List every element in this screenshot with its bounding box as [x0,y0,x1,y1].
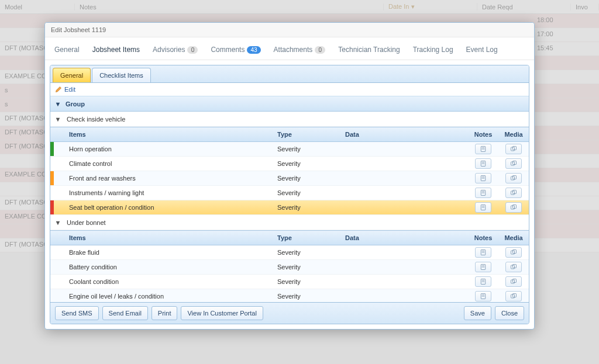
media-button[interactable] [505,144,522,154]
dialog-bottom-bar: Send SMS Send Email Print View In Custom… [50,302,529,324]
item-type: Severity [277,160,345,167]
item-type: Severity [277,249,345,256]
severity-indicator [50,245,54,259]
checklist-item-row[interactable]: Climate controlSeverity [50,157,529,171]
item-name: Instruments / warning light [69,189,277,196]
notes-button[interactable] [475,144,491,154]
item-name: Horn operation [69,145,277,152]
tab-attachments[interactable]: Attachments0 [273,42,327,60]
group-header-label: Group [66,100,85,108]
col-media[interactable]: Media [498,234,529,241]
col-items[interactable]: Items [69,234,277,241]
col-type[interactable]: Type [277,234,345,241]
severity-indicator [50,289,54,302]
checklist-panel: General Checklist Items Edit ▼ Group ▼Ch… [50,65,529,324]
chevron-down-icon[interactable]: ▼ [50,219,66,226]
severity-indicator [50,142,54,156]
tab-jobsheet-items[interactable]: Jobsheet Items [91,42,141,60]
item-type: Severity [277,278,345,285]
item-name: Seat belt operation / condition [69,204,277,211]
media-button[interactable] [505,291,522,301]
notes-button[interactable] [475,173,491,183]
pencil-icon [55,86,62,93]
group-row[interactable]: ▼Under bonnet [50,215,529,230]
col-items[interactable]: Items [69,131,277,138]
col-type[interactable]: Type [277,131,345,138]
checklist-item-row[interactable]: Battery conditionSeverity [50,260,529,275]
col-media[interactable]: Media [498,131,529,138]
group-row[interactable]: ▼Check inside vehicle [50,112,529,127]
item-name: Front and rear washers [69,175,277,182]
item-name: Climate control [69,160,277,167]
item-name: Battery condition [69,264,277,271]
col-data[interactable]: Data [345,234,468,241]
media-button[interactable] [505,173,522,183]
severity-indicator [50,260,54,274]
send-sms-button[interactable]: Send SMS [55,306,99,320]
checklist-item-row[interactable]: Coolant conditionSeverity [50,275,529,289]
tab-general[interactable]: General [53,42,81,60]
tab-tracking-log[interactable]: Tracking Log [412,42,455,60]
notes-button[interactable] [475,188,491,198]
severity-indicator [50,275,54,289]
edit-bar[interactable]: Edit [50,83,529,96]
dialog-title: Edit Jobsheet 1119 [45,23,534,37]
item-name: Engine oil level / leaks / condition [69,293,277,300]
checklist-item-row[interactable]: Seat belt operation / conditionSeverity [50,200,529,215]
group-name: Check inside vehicle [66,116,125,123]
media-button[interactable] [505,247,522,258]
media-button[interactable] [505,202,522,213]
col-data[interactable]: Data [345,131,468,138]
chevron-down-icon[interactable]: ▼ [50,116,66,123]
notes-button[interactable] [475,276,491,287]
media-button[interactable] [505,276,522,287]
print-button[interactable]: Print [152,306,178,320]
checklist-item-row[interactable]: Front and rear washersSeverity [50,171,529,186]
item-type: Severity [277,145,345,152]
inner-tab-checklist-items[interactable]: Checklist Items [92,68,151,82]
severity-indicator [50,171,54,185]
edit-jobsheet-dialog: Edit Jobsheet 1119 General Jobsheet Item… [44,22,535,330]
items-subheader: ItemsTypeDataNotesMedia [50,230,529,245]
inner-tab-general[interactable]: General [53,68,91,82]
col-notes[interactable]: Notes [468,131,498,138]
item-type: Severity [277,204,345,211]
severity-indicator [50,186,54,200]
item-type: Severity [277,175,345,182]
media-button[interactable] [505,262,522,272]
notes-button[interactable] [475,291,491,301]
checklist-item-row[interactable]: Brake fluidSeverity [50,245,529,260]
media-button[interactable] [505,188,522,198]
tab-advisories[interactable]: Advisories0 [152,42,199,60]
collapse-all-icon[interactable]: ▼ [50,100,66,108]
group-name: Under bonnet [66,219,106,226]
notes-button[interactable] [475,262,491,272]
notes-button[interactable] [475,202,491,213]
item-type: Severity [277,264,345,271]
dialog-tabs: General Jobsheet Items Advisories0 Comme… [45,37,534,60]
item-type: Severity [277,293,345,300]
notes-button[interactable] [475,247,491,258]
item-name: Brake fluid [69,249,277,256]
close-button[interactable]: Close [495,306,524,320]
items-subheader: ItemsTypeDataNotesMedia [50,127,529,142]
group-header-row: ▼ Group [50,96,529,112]
checklist-item-row[interactable]: Instruments / warning lightSeverity [50,186,529,200]
tab-event-log[interactable]: Event Log [465,42,499,60]
checklist-item-row[interactable]: Horn operationSeverity [50,142,529,157]
tab-comments[interactable]: Comments43 [209,42,261,60]
save-button[interactable]: Save [464,306,491,320]
edit-link[interactable]: Edit [64,86,75,93]
col-notes[interactable]: Notes [468,234,498,241]
item-name: Coolant condition [69,278,277,285]
send-email-button[interactable]: Send Email [102,306,148,320]
view-portal-button[interactable]: View In Customer Portal [181,306,263,320]
checklist-scroll[interactable]: ▼Check inside vehicleItemsTypeDataNotesM… [50,112,529,302]
severity-indicator [50,157,54,171]
notes-button[interactable] [475,158,491,169]
item-type: Severity [277,189,345,196]
tab-technician-tracking[interactable]: Technician Tracking [337,42,401,60]
checklist-item-row[interactable]: Engine oil level / leaks / conditionSeve… [50,289,529,302]
media-button[interactable] [505,158,522,169]
severity-indicator [50,200,54,214]
